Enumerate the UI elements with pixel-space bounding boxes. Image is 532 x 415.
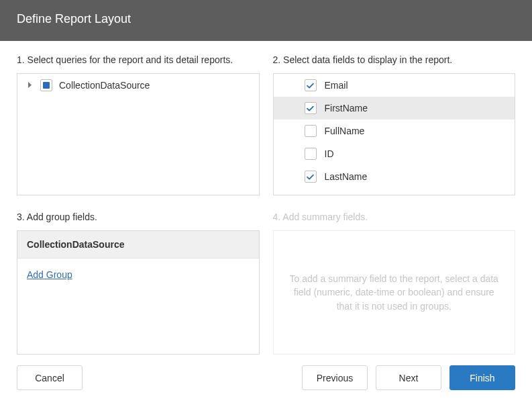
field-label: LastName (325, 171, 368, 182)
dialog-title: Define Report Layout (0, 0, 532, 41)
checkbox-checked[interactable] (305, 171, 317, 183)
group-header: CollectionDataSource (17, 231, 259, 259)
checkbox-checked[interactable] (305, 102, 317, 114)
checkbox-unchecked[interactable] (305, 125, 317, 137)
cancel-button[interactable]: Cancel (17, 365, 83, 390)
add-group-link[interactable]: Add Group (27, 269, 72, 280)
summary-hint-text: To add a summary field to the report, se… (288, 272, 500, 313)
summary-section-label: 4. Add summary fields. (273, 212, 516, 222)
field-label: Email (325, 80, 348, 91)
field-label: ID (325, 148, 334, 159)
finish-button[interactable]: Finish (449, 365, 515, 390)
next-button[interactable]: Next (376, 365, 441, 390)
field-label: FullName (325, 126, 365, 136)
fields-section-label: 2. Select data fields to display in the … (273, 54, 516, 65)
square-icon (43, 82, 50, 89)
field-row-id[interactable]: ID (274, 142, 515, 165)
field-row-fullname[interactable]: FullName (274, 120, 515, 142)
groups-panel: CollectionDataSource Add Group (17, 230, 260, 355)
query-name: CollectionDataSource (59, 80, 150, 91)
field-label: FirstName (325, 103, 368, 113)
fields-panel: Email FirstName FullName ID LastName (273, 73, 516, 195)
query-checkbox-indeterminate[interactable] (40, 79, 52, 91)
query-row[interactable]: CollectionDataSource (17, 74, 259, 97)
summary-panel: To add a summary field to the report, se… (273, 230, 516, 355)
checkbox-checked[interactable] (305, 79, 317, 91)
queries-panel: CollectionDataSource (17, 73, 260, 195)
chevron-right-icon[interactable] (27, 82, 34, 89)
field-row-email[interactable]: Email (274, 74, 515, 97)
field-row-firstname[interactable]: FirstName (274, 97, 515, 120)
previous-button[interactable]: Previous (302, 365, 368, 390)
checkbox-unchecked[interactable] (305, 148, 317, 160)
queries-section-label: 1. Select queries for the report and its… (17, 54, 260, 65)
field-row-lastname[interactable]: LastName (274, 165, 515, 188)
groups-section-label: 3. Add group fields. (17, 212, 260, 222)
